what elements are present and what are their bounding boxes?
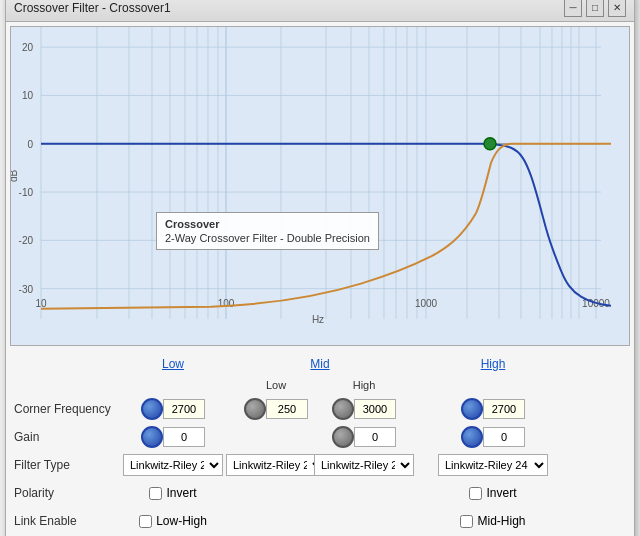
corner-freq-row: Corner Frequency [14,396,626,422]
gain-low-input[interactable] [163,427,205,447]
gain-midlow-group [232,430,320,444]
corner-freq-midlow-knob[interactable] [244,398,266,420]
corner-freq-midhigh-knob[interactable] [332,398,354,420]
link-enable-high-checkbox[interactable] [460,515,473,528]
corner-freq-high-knob[interactable] [461,398,483,420]
link-enable-low-group: Low-High [114,514,232,528]
corner-freq-low-input[interactable] [163,399,205,419]
gain-row: Gain [14,424,626,450]
link-enable-high-group: Mid-High [408,514,578,528]
filter-type-midhigh-dropdown[interactable]: Linkwitz-Riley 24 Linkwitz-Riley 12 [314,454,414,476]
main-window: Crossover Filter - Crossover1 ─ □ ✕ [5,0,635,536]
gain-midhigh-group [320,426,408,448]
link-enable-high-text: Mid-High [477,514,525,528]
link-enable-low-checkbox-label[interactable]: Low-High [139,514,207,528]
polarity-low-checkbox[interactable] [149,487,162,500]
polarity-high-text: Invert [486,486,516,500]
corner-freq-midhigh-input[interactable] [354,399,396,419]
gain-high-group [408,426,578,448]
filter-type-high-dropdown[interactable]: Linkwitz-Riley 24 Linkwitz-Riley 12 [438,454,548,476]
controls-area: Low Mid High Low High Corner Frequency [6,350,634,536]
gain-mid-input[interactable] [354,427,396,447]
chart-svg: 20 10 0 -10 -20 -30 dB 10 100 1000 Hz 10… [11,27,629,345]
svg-rect-0 [11,27,629,345]
gain-high-knob[interactable] [461,426,483,448]
window-title: Crossover Filter - Crossover1 [14,1,171,15]
link-enable-row: Link Enable Low-High Mid-High [14,508,626,534]
minimize-button[interactable]: ─ [564,0,582,17]
svg-text:Hz: Hz [312,314,324,325]
sub-headers-row: Low High [14,375,626,395]
gain-label: Gain [14,430,114,444]
svg-text:-20: -20 [19,235,34,246]
svg-point-48 [484,138,496,150]
filter-type-label: Filter Type [14,458,114,472]
svg-text:10: 10 [22,90,34,101]
title-bar: Crossover Filter - Crossover1 ─ □ ✕ [6,0,634,22]
chart-area: 20 10 0 -10 -20 -30 dB 10 100 1000 Hz 10… [10,26,630,346]
svg-text:20: 20 [22,42,34,53]
mid-high-sublabel: High [320,379,408,391]
corner-freq-high-group [408,398,578,420]
filter-type-low-group: Linkwitz-Riley 24 Linkwitz-Riley 12 Butt… [114,454,232,476]
mid-low-sublabel: Low [232,379,320,391]
svg-text:-30: -30 [19,284,34,295]
filter-type-midhigh-group: Linkwitz-Riley 24 Linkwitz-Riley 12 [320,454,408,476]
high-section-header[interactable]: High [481,357,506,371]
corner-freq-high-input[interactable] [483,399,525,419]
corner-freq-midlow-input[interactable] [266,399,308,419]
svg-text:1000: 1000 [415,298,438,309]
corner-freq-midlow-group [232,398,320,420]
filter-type-midlow-group: Linkwitz-Riley 24 Linkwitz-Riley 12 [232,454,320,476]
link-enable-label: Link Enable [14,514,114,528]
close-button[interactable]: ✕ [608,0,626,17]
corner-freq-low-knob[interactable] [141,398,163,420]
polarity-low-text: Invert [166,486,196,500]
gain-high-input[interactable] [483,427,525,447]
svg-text:-10: -10 [19,187,34,198]
svg-text:10: 10 [35,298,47,309]
maximize-button[interactable]: □ [586,0,604,17]
corner-freq-midhigh-group [320,398,408,420]
svg-text:dB: dB [11,169,19,182]
polarity-label: Polarity [14,486,114,500]
link-enable-low-checkbox[interactable] [139,515,152,528]
polarity-high-checkbox-label[interactable]: Invert [469,486,516,500]
polarity-row: Polarity Invert Invert [14,480,626,506]
polarity-low-group: Invert [114,486,232,500]
low-section-header[interactable]: Low [162,357,184,371]
polarity-high-group: Invert [408,486,578,500]
corner-freq-low-group [114,398,232,420]
filter-type-high-group: Linkwitz-Riley 24 Linkwitz-Riley 12 [408,454,578,476]
section-headers-row: Low Mid High [14,354,626,374]
polarity-low-checkbox-label[interactable]: Invert [149,486,196,500]
filter-type-low-dropdown[interactable]: Linkwitz-Riley 24 Linkwitz-Riley 12 Butt… [123,454,223,476]
gain-low-knob[interactable] [141,426,163,448]
window-controls: ─ □ ✕ [564,0,626,17]
mid-section-header[interactable]: Mid [310,357,329,371]
corner-freq-label: Corner Frequency [14,402,114,416]
gain-mid-knob[interactable] [332,426,354,448]
filter-type-row: Filter Type Linkwitz-Riley 24 Linkwitz-R… [14,452,626,478]
gain-low-group [114,426,232,448]
svg-text:0: 0 [27,139,33,150]
filter-type-midlow-dropdown[interactable]: Linkwitz-Riley 24 Linkwitz-Riley 12 [226,454,326,476]
polarity-high-checkbox[interactable] [469,487,482,500]
link-enable-high-checkbox-label[interactable]: Mid-High [460,514,525,528]
link-enable-low-text: Low-High [156,514,207,528]
